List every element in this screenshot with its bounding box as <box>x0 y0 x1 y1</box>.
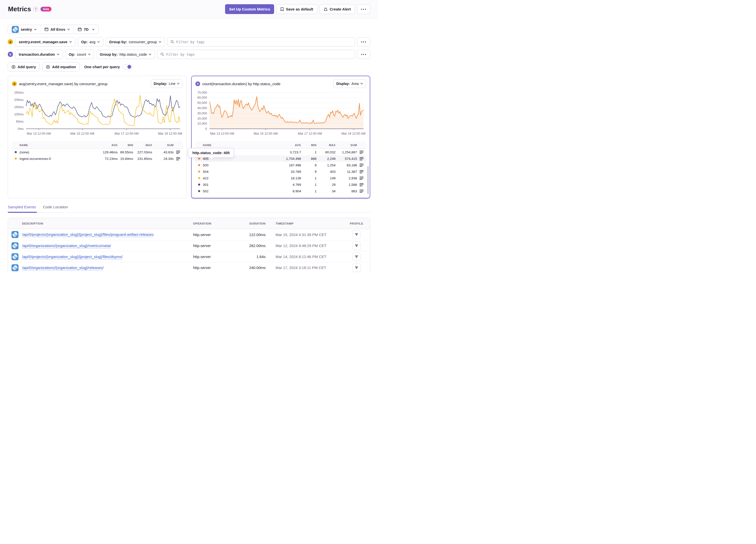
events-header-row: DESCRIPTION OPERATION DURATION TIMESTAMP… <box>8 218 370 229</box>
tag-filter-a <box>167 37 355 46</box>
setup-custom-metrics-button[interactable]: Set Up Custom Metrics <box>225 4 274 14</box>
chevron-down-icon <box>360 83 363 85</box>
summary-row[interactable]: 42218.13611492,938 <box>195 175 366 181</box>
query-actions-row: Add query Add equation One chart per que… <box>8 62 370 71</box>
chevron-down-icon <box>67 28 70 30</box>
row-menu-button[interactable] <box>357 157 366 160</box>
event-description-link[interactable]: /api/0/organizations/{organization_slug}… <box>22 266 104 270</box>
tag-filter-input-a[interactable] <box>176 40 351 44</box>
search-icon <box>160 52 164 56</box>
chart-title-a: avg(sentry.event_manager.save) by consum… <box>19 82 107 86</box>
svg-text:Mar 17 12:00 AM: Mar 17 12:00 AM <box>298 132 322 135</box>
svg-text:Mar 19 12:00 AM: Mar 19 12:00 AM <box>342 132 366 135</box>
environment-icon <box>44 27 48 31</box>
svg-text:Mar 15 12:00 AM: Mar 15 12:00 AM <box>70 132 94 135</box>
series-dot <box>198 184 200 186</box>
summary-row[interactable]: ingest-occurrences-0 72.23ms 15.84ms 231… <box>12 155 183 162</box>
summary-row[interactable]: 3014.7691291,588 <box>195 181 366 188</box>
query-badge-b: b <box>8 52 13 57</box>
chevron-down-icon <box>159 41 161 43</box>
summary-row[interactable]: (none) 129.46ms 69.55ms 227.03ms 43.63s <box>12 149 183 155</box>
chart-badge-b: b <box>195 81 200 86</box>
groupby-select-a[interactable]: Group by:consumer_group <box>106 37 165 46</box>
query-badge-a: a <box>8 39 13 44</box>
project-selector[interactable]: sentry <box>8 25 40 34</box>
one-chart-per-query-label: One chart per query <box>84 65 120 69</box>
create-alert-button[interactable]: Create Alert <box>320 4 355 14</box>
tag-filter-input-b[interactable] <box>166 52 351 56</box>
summary-row[interactable]: 50433.789940311,387 <box>195 168 366 175</box>
profile-button[interactable] <box>352 242 361 250</box>
beta-badge: beta <box>40 7 51 11</box>
detail-tabs: Sampled Events Code Location <box>8 205 370 213</box>
row-menu-button[interactable] <box>357 164 366 167</box>
metric-select-a[interactable]: sentry.event_manager.save <box>15 37 75 46</box>
chevron-down-icon <box>34 28 37 30</box>
python-project-icon <box>11 231 18 238</box>
svg-text:50,000: 50,000 <box>197 101 207 105</box>
op-select-a[interactable]: Op:avg <box>78 37 103 46</box>
row-menu-button[interactable] <box>174 157 183 160</box>
profile-button[interactable] <box>352 264 361 272</box>
chevron-down-icon <box>97 41 100 43</box>
svg-text:40,000: 40,000 <box>197 106 207 110</box>
profile-button[interactable] <box>352 230 361 239</box>
add-equation-button[interactable]: Add equation <box>42 62 80 71</box>
profile-button[interactable] <box>352 253 361 261</box>
python-project-icon <box>12 26 19 33</box>
table-scrollbar[interactable] <box>367 166 369 194</box>
query-row-a: a sentry.event_manager.save Op:avg Group… <box>8 37 370 46</box>
series-dot <box>198 171 200 173</box>
event-description-link[interactable]: /api/0/projects/{organization_slug}/{pro… <box>22 232 154 237</box>
op-select-b[interactable]: Op:count <box>65 50 94 59</box>
row-menu-button[interactable] <box>357 183 366 186</box>
python-project-icon <box>11 242 18 249</box>
metric-select-b[interactable]: transaction.duration <box>15 50 63 59</box>
series-dot <box>15 158 17 160</box>
stack-icon <box>176 157 180 160</box>
summary-row[interactable]: 500187.49691,25463,186 <box>195 162 366 168</box>
display-select-a[interactable]: Display:Line <box>151 79 183 88</box>
stack-icon <box>360 151 364 154</box>
svg-text:0ms: 0ms <box>18 127 24 131</box>
ellipsis-icon <box>361 54 366 55</box>
header-more-button[interactable] <box>357 4 370 14</box>
svg-text:100ms: 100ms <box>14 113 24 116</box>
profiling-icon <box>355 266 359 270</box>
series-dot <box>15 151 17 153</box>
page-title: Metrics <box>8 5 31 13</box>
summary-table-a: NAME AVG MIN MAX SUM (none) 129.46ms 69.… <box>12 141 183 162</box>
line-chart-a[interactable]: 0ms50ms100ms150ms200ms250msMar 13 12:00 … <box>12 89 183 140</box>
groupby-select-b[interactable]: Group by:http.status_code <box>96 50 155 59</box>
chart-panel-b[interactable]: b count(transaction.duration) by http.st… <box>191 76 370 198</box>
tab-code-location[interactable]: Code Location <box>43 205 68 209</box>
chart-panel-a[interactable]: a avg(sentry.event_manager.save) by cons… <box>8 76 187 198</box>
row-menu-button[interactable] <box>357 151 366 154</box>
query-b-more-button[interactable] <box>357 50 370 59</box>
display-select-b[interactable]: Display:Area <box>333 79 366 88</box>
calendar-icon <box>78 27 82 31</box>
one-chart-per-query-toggle[interactable] <box>122 64 132 69</box>
row-menu-button[interactable] <box>357 190 366 193</box>
summary-row[interactable]: 5026.904134863 <box>195 188 366 194</box>
ellipsis-icon <box>361 41 366 42</box>
svg-text:10,000: 10,000 <box>197 122 207 125</box>
query-a-more-button[interactable] <box>357 37 370 46</box>
event-description-link[interactable]: /api/0/projects/{organization_slug}/{pro… <box>22 255 123 259</box>
help-icon[interactable]: ? <box>33 7 38 11</box>
event-row: /api/0/organizations/{organization_slug}… <box>8 240 370 251</box>
environment-selector[interactable]: All Envs <box>40 25 74 34</box>
area-chart-b[interactable]: 010,00020,00030,00040,00050,00060,00070,… <box>195 89 366 140</box>
row-menu-button[interactable] <box>174 151 183 154</box>
save-as-default-button[interactable]: Save as default <box>276 4 317 14</box>
row-menu-button[interactable] <box>357 177 366 180</box>
page-filter-bar: sentry All Envs 7D <box>8 25 99 34</box>
tooltip: http.status_code: 405 <box>188 148 234 158</box>
stack-icon <box>360 170 364 173</box>
svg-text:30,000: 30,000 <box>197 112 207 115</box>
date-range-selector[interactable]: 7D <box>74 25 98 34</box>
add-query-button[interactable]: Add query <box>8 62 40 71</box>
tab-sampled-events[interactable]: Sampled Events <box>8 205 36 209</box>
event-description-link[interactable]: /api/0/organizations/{organization_slug}… <box>22 244 111 248</box>
row-menu-button[interactable] <box>357 170 366 173</box>
